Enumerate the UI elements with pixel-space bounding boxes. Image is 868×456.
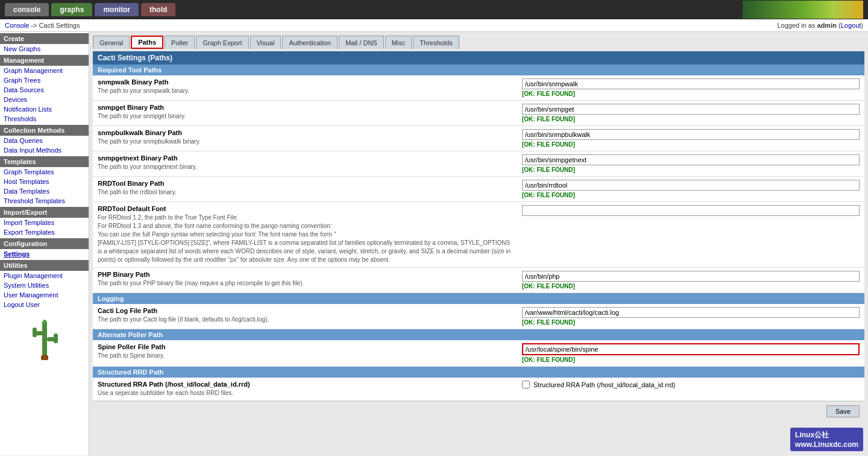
cactus-logo-area bbox=[0, 309, 89, 369]
sidebar-item-threshold-templates[interactable]: Threshold Templates bbox=[0, 196, 89, 206]
watermark: Linux公社www.Linuxdc.com bbox=[790, 428, 863, 451]
rrdtool-font-input[interactable] bbox=[522, 205, 860, 216]
sidebar-item-thresholds[interactable]: Thresholds bbox=[0, 114, 89, 124]
tab-poller[interactable]: Poller bbox=[165, 36, 195, 49]
tab-misc[interactable]: Misc bbox=[385, 36, 412, 49]
field-snmpgetnext-desc: The path to your snmpgetnext binary. bbox=[98, 163, 512, 171]
svg-rect-2 bbox=[33, 328, 37, 337]
sidebar-item-import-templates[interactable]: Import Templates bbox=[0, 218, 89, 227]
section-header-alternate-poller: Alternate Poller Path bbox=[93, 329, 864, 340]
snmpbulkwalk-status: [OK: FILE FOUND] bbox=[522, 141, 860, 148]
spine-path-input[interactable] bbox=[522, 343, 860, 355]
snmpgetnext-path-input[interactable] bbox=[522, 154, 860, 165]
nav-tab-monitor[interactable]: monitor bbox=[95, 3, 139, 16]
field-snmpget-label: snmpget Binary Path bbox=[98, 104, 512, 111]
field-snmpwalk-value-cell: [OK: FILE FOUND] bbox=[517, 75, 864, 101]
structured-rra-checkbox[interactable] bbox=[522, 381, 530, 388]
sidebar-item-logout-user[interactable]: Logout User bbox=[0, 300, 89, 309]
field-snmpwalk-label-cell: snmpwalk Binary Path The path to your sn… bbox=[93, 75, 517, 101]
sidebar-header-utilities: Utilities bbox=[0, 260, 89, 271]
field-rrdtool-font-desc: For RRDtool 1.2, the path to the True Ty… bbox=[98, 214, 512, 264]
snmpwalk-status: [OK: FILE FOUND] bbox=[522, 90, 860, 97]
snmpbulkwalk-path-input[interactable] bbox=[522, 129, 860, 140]
logout-link[interactable]: Logout bbox=[841, 22, 861, 29]
main-layout: Create New Graphs Management Graph Manag… bbox=[0, 32, 868, 455]
table-row: snmpgetnext Binary Path The path to your… bbox=[93, 151, 864, 177]
svg-rect-0 bbox=[42, 320, 47, 356]
sidebar-item-data-input-methods[interactable]: Data Input Methods bbox=[0, 145, 89, 155]
sidebar-item-notification-lists[interactable]: Notification Lists bbox=[0, 104, 89, 114]
table-row: RRDTool Default Font For RRDtool 1.2, th… bbox=[93, 202, 864, 268]
field-spine-value-cell: [OK: FILE FOUND] bbox=[517, 340, 864, 367]
field-cacti-log-desc: The path to your Cacti log file (if blan… bbox=[98, 315, 512, 324]
table-row: snmpwalk Binary Path The path to your sn… bbox=[93, 75, 864, 101]
nav-tab-console[interactable]: console bbox=[5, 3, 49, 16]
sidebar-item-data-templates[interactable]: Data Templates bbox=[0, 186, 89, 196]
field-rrdtool-label: RRDTool Binary Path bbox=[98, 180, 512, 187]
tab-visual[interactable]: Visual bbox=[250, 36, 281, 49]
cacti-log-status: [OK: FILE FOUND] bbox=[522, 319, 860, 326]
field-rrdtool-value-cell: [OK: FILE FOUND] bbox=[517, 177, 864, 202]
tabs-row: General Paths Poller Graph Export Visual… bbox=[93, 36, 864, 49]
sidebar-item-devices[interactable]: Devices bbox=[0, 95, 89, 104]
field-snmpgetnext-label-cell: snmpgetnext Binary Path The path to your… bbox=[93, 151, 517, 177]
snmpget-status: [OK: FILE FOUND] bbox=[522, 116, 860, 122]
section-header-required-tool-paths: Required Tool Paths bbox=[93, 65, 864, 75]
tab-paths[interactable]: Paths bbox=[131, 36, 163, 49]
tab-authentication[interactable]: Authentication bbox=[282, 36, 338, 49]
breadcrumb-console[interactable]: Console bbox=[5, 22, 29, 29]
table-row: Cacti Log File Path The path to your Cac… bbox=[93, 304, 864, 329]
sidebar-item-system-utilities[interactable]: System Utilities bbox=[0, 280, 89, 290]
table-row: snmpget Binary Path The path to your snm… bbox=[93, 101, 864, 126]
tab-general[interactable]: General bbox=[93, 36, 130, 49]
php-path-input[interactable] bbox=[522, 271, 860, 282]
field-spine-desc: The path to Spine binary. bbox=[98, 352, 512, 360]
sidebar-item-export-templates[interactable]: Export Templates bbox=[0, 227, 89, 237]
spine-status: [OK: FILE FOUND] bbox=[522, 356, 860, 363]
login-status: Logged in as admin (Logout) bbox=[777, 22, 863, 29]
sidebar-item-data-sources[interactable]: Data Sources bbox=[0, 85, 89, 95]
top-nav-decoration bbox=[743, 1, 863, 19]
table-row: PHP Binary Path The path to your PHP bin… bbox=[93, 268, 864, 293]
table-row: RRDTool Binary Path The path to the rrdt… bbox=[93, 177, 864, 202]
structured-rra-checkbox-label: Structured RRA Path (/host_id/local_data… bbox=[533, 381, 675, 388]
svg-point-6 bbox=[43, 320, 46, 323]
sidebar: Create New Graphs Management Graph Manag… bbox=[0, 32, 89, 455]
sidebar-item-data-queries[interactable]: Data Queries bbox=[0, 136, 89, 145]
sidebar-item-host-templates[interactable]: Host Templates bbox=[0, 177, 89, 186]
tab-mail-dns[interactable]: Mail / DNS bbox=[339, 36, 384, 49]
sidebar-item-graph-trees[interactable]: Graph Trees bbox=[0, 75, 89, 85]
field-php-label: PHP Binary Path bbox=[98, 271, 512, 278]
required-tool-paths-table: snmpwalk Binary Path The path to your sn… bbox=[93, 75, 864, 293]
sidebar-item-settings[interactable]: Settings bbox=[0, 249, 89, 259]
snmpget-path-input[interactable] bbox=[522, 104, 860, 115]
field-snmpget-desc: The path to your snmpget binary. bbox=[98, 112, 512, 121]
field-cacti-log-label: Cacti Log File Path bbox=[98, 307, 512, 314]
rrdtool-path-input[interactable] bbox=[522, 180, 860, 191]
field-snmpbulkwalk-desc: The path to your snmpbulkwalk binary. bbox=[98, 138, 512, 146]
sidebar-item-user-management[interactable]: User Management bbox=[0, 290, 89, 300]
snmpwalk-path-input[interactable] bbox=[522, 78, 860, 89]
field-cacti-log-label-cell: Cacti Log File Path The path to your Cac… bbox=[93, 304, 517, 329]
sidebar-item-graph-templates[interactable]: Graph Templates bbox=[0, 167, 89, 177]
section-header-logging: Logging bbox=[93, 293, 864, 304]
field-rrdtool-label-cell: RRDTool Binary Path The path to the rrdt… bbox=[93, 177, 517, 202]
logged-in-user: admin bbox=[817, 22, 837, 29]
cacti-log-path-input[interactable] bbox=[522, 307, 860, 318]
sidebar-header-create: Create bbox=[0, 33, 89, 44]
rrdtool-status: [OK: FILE FOUND] bbox=[522, 192, 860, 198]
nav-tab-thold[interactable]: thold bbox=[141, 3, 175, 16]
sidebar-item-graph-management[interactable]: Graph Management bbox=[0, 66, 89, 75]
field-php-value-cell: [OK: FILE FOUND] bbox=[517, 268, 864, 293]
tab-thresholds[interactable]: Thresholds bbox=[413, 36, 459, 49]
field-snmpgetnext-label: snmpgetnext Binary Path bbox=[98, 154, 512, 162]
nav-tab-graphs[interactable]: graphs bbox=[51, 3, 92, 16]
table-row: Spine Poller File Path The path to Spine… bbox=[93, 340, 864, 367]
field-snmpget-label-cell: snmpget Binary Path The path to your snm… bbox=[93, 101, 517, 126]
logging-table: Cacti Log File Path The path to your Cac… bbox=[93, 304, 864, 329]
tab-graph-export[interactable]: Graph Export bbox=[196, 36, 248, 49]
sidebar-item-plugin-management[interactable]: Plugin Management bbox=[0, 271, 89, 280]
save-button[interactable]: Save bbox=[826, 405, 860, 417]
table-row: Structured RRA Path (/host_id/local_data… bbox=[93, 378, 864, 401]
sidebar-item-new-graphs[interactable]: New Graphs bbox=[0, 44, 89, 54]
